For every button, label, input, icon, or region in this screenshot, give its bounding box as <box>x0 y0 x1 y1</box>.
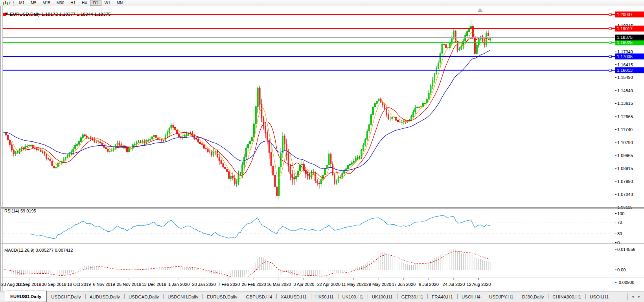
svg-text:1.16415: 1.16415 <box>617 62 633 67</box>
scroll-tabs-left-button[interactable]: ◄ <box>631 295 634 298</box>
toolbar-grip[interactable] <box>13 1 14 5</box>
svg-text:1.17005: 1.17005 <box>617 54 633 59</box>
chart-tab-xauusd-h1-7[interactable]: XAUUSD,H1 <box>276 291 311 302</box>
svg-text:1.13615: 1.13615 <box>617 101 633 106</box>
svg-text:11 May 2020: 11 May 2020 <box>341 282 366 287</box>
timeframe-button-h1[interactable]: H1 <box>67 0 79 6</box>
svg-text:3 Apr 2020: 3 Apr 2020 <box>293 282 314 287</box>
svg-text:18 Oct 2019: 18 Oct 2019 <box>67 282 91 287</box>
svg-text:30 Sep 2019: 30 Sep 2019 <box>42 282 66 287</box>
chart-tab-dj30-daily-15[interactable]: DJ30,Daily <box>518 291 548 302</box>
svg-text:20 Jan 2020: 20 Jan 2020 <box>192 282 216 287</box>
svg-text:0: 0 <box>617 240 620 245</box>
svg-text:13 Dec 2019: 13 Dec 2019 <box>142 282 166 287</box>
chart-tab-usdcnh-daily-4[interactable]: USDCNH,Daily <box>163 291 202 302</box>
timeframe-toolbar: ▾M1M5M15M30H1H4D1W1MN <box>0 0 644 6</box>
chart-tab-usoil-h4-13[interactable]: USOil,H4 <box>457 291 485 302</box>
price-axis: 1.192151.173401.164151.154901.145401.136… <box>615 24 633 210</box>
candlestick-chart-icon <box>2 1 8 5</box>
trading-terminal: ▾M1M5M15M30H1H4D1W1MN 1.192151.173401.16… <box>0 0 644 302</box>
dropdown-caret-icon: ▾ <box>9 2 11 5</box>
svg-text:12 Aug 2020: 12 Aug 2020 <box>467 282 491 287</box>
chart-tab-ger30-h1-11[interactable]: GER30,H1 <box>397 291 428 302</box>
svg-text:11 Sep 2019: 11 Sep 2019 <box>17 282 41 287</box>
svg-text:6 Jul 2020: 6 Jul 2020 <box>419 282 439 287</box>
timeframe-button-m5[interactable]: M5 <box>28 0 39 6</box>
svg-text:1.20037: 1.20037 <box>617 12 633 17</box>
svg-text:1.07040: 1.07040 <box>617 192 633 197</box>
tab-scroll-buttons: ◄► <box>627 293 644 300</box>
tabbar-grip[interactable] <box>1 294 3 300</box>
chart-window: 1.192151.173401.164151.154901.145401.136… <box>0 6 644 291</box>
timeframe-button-w1[interactable]: W1 <box>101 0 114 6</box>
svg-text:1.11740: 1.11740 <box>617 127 633 132</box>
line-handle <box>609 55 611 58</box>
svg-text:1.10790: 1.10790 <box>617 140 633 145</box>
chart-tab-uk100-h1-9[interactable]: UK100,H1 <box>338 291 368 302</box>
timeframe-button-m1[interactable]: M1 <box>16 0 28 6</box>
svg-text:1.14540: 1.14540 <box>617 88 633 93</box>
chart-type-button[interactable]: ▾ <box>1 0 12 6</box>
svg-text:0.00: 0.00 <box>617 267 626 272</box>
chart-tab-eurusd-daily-5[interactable]: EURUSD,Daily <box>202 291 241 302</box>
svg-text:1.09865: 1.09865 <box>617 153 633 158</box>
chart-tab-fra40-h1-12[interactable]: FRA40,H1 <box>427 291 457 302</box>
svg-text:17 Jun 2020: 17 Jun 2020 <box>392 282 416 287</box>
chart-tab-uk100-h1-10[interactable]: UK100,H1 <box>368 291 397 302</box>
timeframe-button-m15[interactable]: M15 <box>39 0 53 6</box>
chart-tab-eurusd-daily-0[interactable]: EURUSD,Daily <box>5 291 47 302</box>
svg-text:16 Mar 2020: 16 Mar 2020 <box>267 282 291 287</box>
svg-text:1 Jan 2020: 1 Jan 2020 <box>168 282 190 287</box>
svg-text:1.07990: 1.07990 <box>617 179 633 184</box>
chart-tab-usoil-h1-17[interactable]: USOil,H1 <box>585 291 613 302</box>
svg-text:1.12665: 1.12665 <box>617 114 633 119</box>
svg-text:25 Nov 2019: 25 Nov 2019 <box>117 282 141 287</box>
svg-text:1.18375: 1.18375 <box>617 35 633 40</box>
svg-text:26 Feb 2020: 26 Feb 2020 <box>242 282 266 287</box>
svg-text:22 Apr 2020: 22 Apr 2020 <box>317 282 340 287</box>
svg-text:-0.00900: -0.00900 <box>617 280 634 285</box>
chart-tab-audusd-daily-2[interactable]: AUDUSD,Daily <box>85 291 124 302</box>
line-handle <box>609 27 611 30</box>
svg-text:100: 100 <box>617 211 624 216</box>
chart-tab-usdchf-daily-1[interactable]: USDCHF,Daily <box>47 291 85 302</box>
timeframe-button-mn[interactable]: MN <box>114 0 126 6</box>
svg-text:1.19017: 1.19017 <box>617 26 633 31</box>
svg-text:29 May 2020: 29 May 2020 <box>366 282 392 287</box>
svg-text:30: 30 <box>617 231 622 236</box>
scroll-tabs-right-button[interactable]: ► <box>638 295 641 298</box>
svg-text:70: 70 <box>617 220 622 225</box>
line-handle <box>609 69 611 71</box>
svg-text:0.014556: 0.014556 <box>617 247 635 252</box>
chart-tab-usdcad-daily-3[interactable]: USDCAD,Daily <box>124 291 163 302</box>
svg-text:24 Jul 2020: 24 Jul 2020 <box>443 282 465 287</box>
chart-tab-gbpusd-h4-6[interactable]: GBPUSD,H4 <box>242 291 276 302</box>
chart-tab-hk50-h1-8[interactable]: HK50,H1 <box>311 291 338 302</box>
svg-text:1.08915: 1.08915 <box>617 166 633 171</box>
svg-text:7 Feb 2020: 7 Feb 2020 <box>218 282 240 287</box>
timeframe-button-h4[interactable]: H4 <box>79 0 90 6</box>
chart-canvas[interactable]: 1.192151.173401.164151.154901.145401.136… <box>0 6 644 291</box>
timeframe-button-m30[interactable]: M30 <box>53 0 67 6</box>
chart-tabs-bar: EURUSD,DailyUSDCHF,DailyAUDUSD,DailyUSDC… <box>0 291 644 302</box>
timeframe-button-d1[interactable]: D1 <box>90 0 101 6</box>
svg-text:1.16013: 1.16013 <box>617 68 633 73</box>
svg-text:1.17340: 1.17340 <box>617 49 633 54</box>
svg-text:1.18025: 1.18025 <box>617 40 633 45</box>
chart-tab-china300-h1-16[interactable]: CHINA300,H1 <box>548 291 585 302</box>
chart-tab-usdjpy-h1-14[interactable]: USDJPY,H1 <box>485 291 518 302</box>
line-handle <box>609 41 611 44</box>
line-handle <box>609 13 611 16</box>
svg-text:1.15490: 1.15490 <box>617 75 633 80</box>
svg-text:6 Nov 2019: 6 Nov 2019 <box>93 282 115 287</box>
